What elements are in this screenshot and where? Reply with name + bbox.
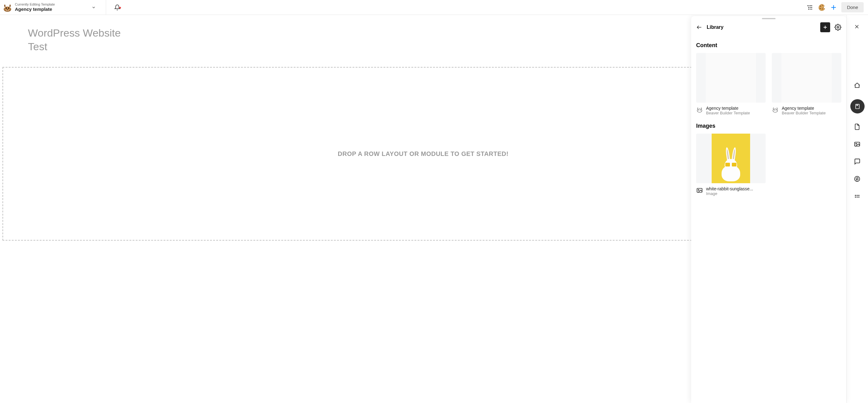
close-button[interactable] [854,24,861,31]
sync-button[interactable] [854,175,861,183]
svg-point-13 [820,6,821,6]
panel-title: Library [707,25,816,30]
card-title: Agency template [706,106,766,111]
svg-point-9 [809,7,809,8]
panel-drag-handle[interactable] [762,18,776,19]
card-subtitle: Beaver Builder Template [706,111,766,115]
back-button[interactable] [696,24,702,30]
beaver-icon [696,106,703,113]
library-content-item[interactable]: Agency template Beaver Builder Template [696,53,766,118]
svg-point-7 [808,5,808,6]
svg-point-16 [822,8,823,9]
section-heading-images: Images [696,123,841,129]
svg-point-11 [809,9,809,9]
right-sidebar [846,15,868,403]
svg-point-3 [8,7,9,9]
settings-button[interactable] [835,24,841,31]
svg-point-17 [823,7,824,8]
template-dropdown-button[interactable] [57,5,103,10]
home-button[interactable] [854,82,861,89]
svg-point-42 [857,197,858,198]
section-heading-content: Content [696,42,841,49]
comments-button[interactable] [854,158,861,166]
library-content-item[interactable]: Agency template Beaver Builder Template [772,53,841,118]
card-subtitle: Beaver Builder Template [782,111,841,115]
svg-point-15 [820,8,821,9]
document-button[interactable] [854,123,861,131]
svg-point-38 [855,195,856,196]
template-info: Currently Editing Template Agency templa… [15,2,55,12]
media-button[interactable] [854,141,861,148]
add-button[interactable] [830,4,837,11]
outline-button[interactable] [807,4,813,11]
done-button[interactable]: Done [841,2,864,12]
svg-point-24 [697,109,702,112]
svg-point-39 [857,195,858,196]
svg-rect-5 [6,10,7,11]
svg-point-26 [700,110,701,110]
app-logo-icon[interactable] [2,2,12,12]
svg-point-41 [855,197,856,198]
svg-point-29 [776,110,776,110]
template-name: Agency template [15,6,55,12]
svg-point-1 [4,6,10,11]
svg-point-2 [6,7,7,9]
svg-point-40 [858,195,859,196]
notifications-button[interactable] [108,4,126,10]
svg-point-31 [698,190,699,190]
add-library-item-button[interactable] [820,22,830,32]
library-button[interactable] [850,99,865,113]
svg-point-23 [837,26,839,28]
card-title: white-rabbit-sunglasse... [706,186,766,191]
image-thumbnail [712,134,750,183]
notification-dot-icon [119,7,121,9]
beaver-icon [772,106,779,113]
svg-point-36 [856,143,857,144]
svg-point-27 [773,109,777,112]
top-bar: Currently Editing Template Agency templa… [0,0,868,15]
svg-point-14 [822,5,823,6]
cookie-icon[interactable] [818,3,826,11]
library-image-item[interactable]: white-rabbit-sunglasse... Image [696,134,766,198]
library-panel: Library Content [691,16,846,403]
svg-rect-6 [8,10,8,11]
drop-text: DROP A ROW LAYOUT OR MODULE TO GET START… [338,150,508,158]
card-subtitle: Image [706,191,766,196]
svg-point-28 [774,110,775,110]
image-icon [696,187,703,194]
card-title: Agency template [782,106,841,111]
apps-button[interactable] [854,193,861,200]
svg-point-37 [854,176,860,182]
svg-point-25 [698,110,699,110]
template-label: Currently Editing Template [15,2,55,6]
svg-point-43 [858,197,859,198]
